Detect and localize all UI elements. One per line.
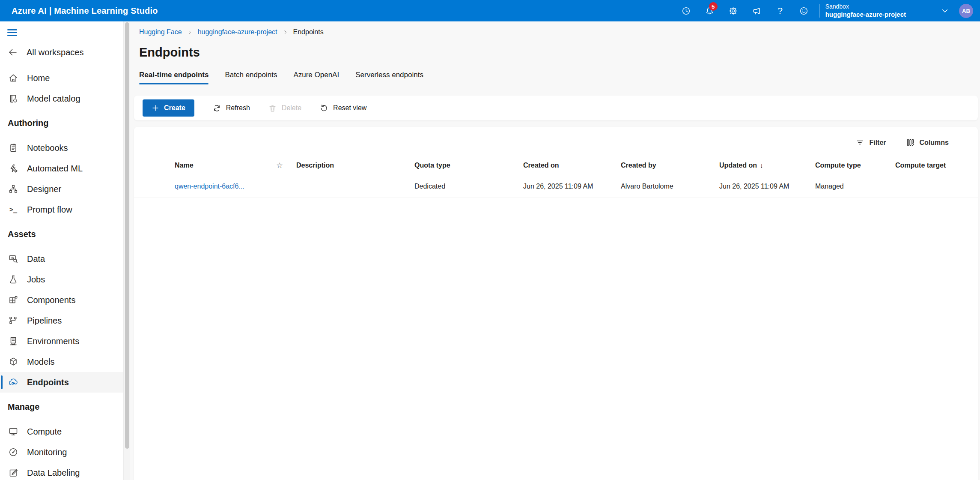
sidebar-item-label: Notebooks [27,143,68,153]
column-header-quota-type[interactable]: Quota type [414,162,523,169]
main-content: Hugging Face huggingface-azure-project E… [130,21,980,480]
sidebar-item-endpoints[interactable]: Endpoints [0,372,123,393]
row-compute-type-cell: Managed [815,183,895,190]
sidebar-item-compute[interactable]: Compute [0,421,123,442]
column-header-description[interactable]: Description [296,162,414,169]
breadcrumb-hugging-face[interactable]: Hugging Face [139,28,182,36]
sidebar-item-label: Model catalog [27,94,80,104]
sidebar-item-designer[interactable]: Designer [0,179,123,199]
sidebar-item-model-catalog[interactable]: Model catalog [0,88,123,109]
workspace-env-label: Sandbox [825,3,906,10]
tab-azure-openai[interactable]: Azure OpenAI [293,71,339,84]
sidebar-item-data-labeling[interactable]: Data Labeling [0,462,123,480]
selected-indicator [1,375,3,389]
notifications-button[interactable]: 5 [698,0,721,21]
smiley-icon [799,6,809,16]
top-app-bar: Azure AI | Machine Learning Studio 5 ? [0,0,980,21]
column-header-updated-on[interactable]: Updated on↓ [719,162,815,169]
sidebar-item-environments[interactable]: Environments [0,331,123,351]
endpoints-cloud-icon [8,377,18,387]
row-created-by-cell: Alvaro Bartolome [621,183,719,190]
columns-edit-icon [906,138,915,147]
columns-button[interactable]: Columns [906,138,949,147]
tab-batch-endpoints[interactable]: Batch endpoints [225,71,277,84]
endpoint-name-link[interactable]: qwen-endpoint-6acf6... [175,183,276,190]
row-updated-on-cell: Jun 26, 2025 11:09 AM [719,183,815,190]
refresh-button-label: Refresh [226,104,250,112]
column-header-updated-on-label: Updated on [719,162,757,169]
sidebar-item-label: Home [27,73,50,83]
sidebar-section-authoring: Authoring [0,114,123,132]
sidebar-item-label: Models [27,357,54,367]
feedback-button[interactable] [745,0,769,21]
settings-button[interactable] [721,0,745,21]
sidebar-item-label: Monitoring [27,447,67,457]
help-button[interactable]: ? [769,0,792,21]
column-header-name[interactable]: Name [175,162,276,169]
left-navigation: All workspaces Home Model catalog Author… [0,21,123,480]
components-grid-icon [8,295,18,305]
row-quota-type-cell: Dedicated [414,183,523,190]
sidebar-item-models[interactable]: Models [0,351,123,372]
sidebar-item-data[interactable]: Data [0,249,123,269]
arrow-left-icon [8,47,18,57]
tab-real-time-endpoints[interactable]: Real-time endpoints [139,71,209,84]
all-workspaces-label: All workspaces [27,48,83,57]
sidebar-item-components[interactable]: Components [0,290,123,310]
nav-collapse-button[interactable] [0,25,123,40]
sidebar-item-label: Jobs [27,275,45,285]
smiley-feedback-button[interactable] [792,0,816,21]
table-header-row: Name ☆ Description Quota type Created on… [134,156,978,175]
page-title: Endpoints [139,45,980,60]
sidebar-item-notebooks[interactable]: Notebooks [0,138,123,158]
sidebar-item-pipelines[interactable]: Pipelines [0,310,123,331]
workspace-switcher[interactable]: Sandbox huggingface-azure-project [825,3,906,19]
breadcrumb-current: Endpoints [293,28,324,36]
reset-view-button[interactable]: Reset view [319,104,366,113]
breadcrumb-project[interactable]: huggingface-azure-project [198,28,277,36]
gear-icon [728,6,738,16]
all-workspaces-back[interactable]: All workspaces [0,43,123,62]
tab-serverless-endpoints[interactable]: Serverless endpoints [355,71,423,84]
sidebar-item-automated-ml[interactable]: Automated ML [0,158,123,179]
refresh-button[interactable]: Refresh [212,104,250,113]
sidebar-item-home[interactable]: Home [0,68,123,88]
app-title: Azure AI | Machine Learning Studio [12,6,158,16]
monitor-icon [8,426,18,437]
sidebar-item-monitoring[interactable]: Monitoring [0,442,123,462]
sidebar-scrollbar-thumb[interactable] [125,22,129,449]
flask-icon [8,274,18,285]
sidebar-item-label: Designer [27,184,61,194]
topbar-divider [819,4,819,18]
question-icon: ? [777,6,783,16]
delete-button[interactable]: Delete [268,104,301,113]
chevron-down-icon [940,6,950,15]
pipelines-icon [8,315,18,326]
command-bar: Create Refresh Delete Reset view [134,96,978,120]
filter-button[interactable]: Filter [855,138,886,147]
favorite-star-icon[interactable]: ☆ [276,161,296,170]
sidebar-item-label: Prompt flow [27,205,72,215]
table-controls: Filter Columns [134,127,978,150]
column-header-compute-target[interactable]: Compute target [895,162,978,169]
row-created-on-cell: Jun 26, 2025 11:09 AM [523,183,621,190]
terminal-prompt-icon: >_ [8,206,18,213]
table-row[interactable]: qwen-endpoint-6acf6... Dedicated Jun 26,… [134,175,978,198]
chevron-right-icon [187,30,193,35]
sidebar-scrollbar-track[interactable] [123,21,130,480]
avatar[interactable]: AB [959,4,973,18]
label-pen-icon [8,468,18,478]
column-header-created-by[interactable]: Created by [621,162,719,169]
sidebar-item-prompt-flow[interactable]: >_ Prompt flow [0,199,123,220]
sort-descending-icon: ↓ [760,162,763,169]
workspace-chevron-button[interactable] [940,6,950,15]
reset-view-button-label: Reset view [333,104,366,112]
column-header-created-on[interactable]: Created on [523,162,621,169]
create-button[interactable]: Create [143,99,194,117]
sidebar-item-jobs[interactable]: Jobs [0,269,123,290]
gauge-icon [8,447,18,457]
clock-icon [681,6,691,16]
history-button[interactable] [674,0,698,21]
column-header-compute-type[interactable]: Compute type [815,162,895,169]
sidebar-item-label: Data Labeling [27,468,80,478]
